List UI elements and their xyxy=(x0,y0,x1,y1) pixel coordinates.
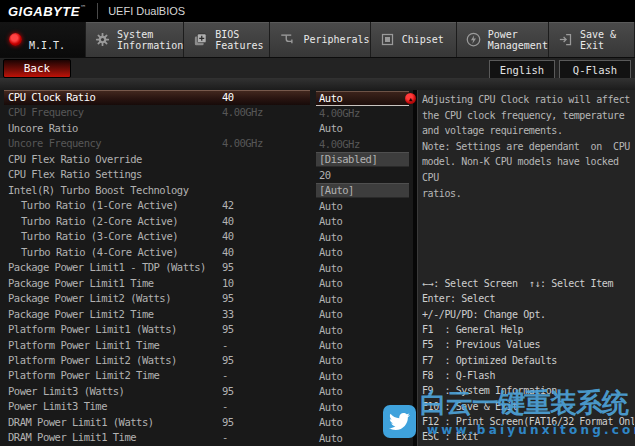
gigabyte-logo: GIGABYTE xyxy=(8,4,80,19)
tab-label: Chipset xyxy=(402,34,444,45)
setting-row[interactable]: Platform Power Limit1 (Watts)95Auto xyxy=(0,322,413,337)
key-legend: ←→: Select Screen ↑↓: Select ItemEnter: … xyxy=(422,276,634,445)
setting-label: Package Power Limit1 - TDP (Watts) xyxy=(8,260,206,275)
setting-label: Power Limit3 Time xyxy=(8,399,107,414)
setting-row[interactable]: Package Power Limit2 (Watts)95Auto xyxy=(0,291,413,306)
setting-label: Turbo Ratio (4-Core Active) xyxy=(21,245,178,260)
setting-label: Turbo Ratio (1-Core Active) xyxy=(21,198,178,213)
setting-value: 33 xyxy=(222,307,234,322)
setting-row[interactable]: Power Limit3 (Watts)95Auto xyxy=(0,384,413,399)
setting-value: 95 xyxy=(222,260,234,275)
settings-list: CPU Clock Ratio40AutoCPU Frequency4.00GH… xyxy=(0,90,413,446)
setting-row[interactable]: Intel(R) Turbo Boost Technology[Auto] xyxy=(0,183,413,198)
setting-row[interactable]: Power Limit3 Time-Auto xyxy=(0,399,413,414)
setting-label: Platform Power Limit2 (Watts) xyxy=(8,353,177,368)
bios-screen: GIGABYTE ™ UEFI DualBIOS M.I.T.System In… xyxy=(0,0,635,446)
setting-option: Auto xyxy=(316,261,409,275)
setting-label: DRAM Power Limit1 (Watts) xyxy=(8,415,154,430)
setting-label: CPU Frequency xyxy=(8,105,84,120)
setting-row[interactable]: Package Power Limit2 Time33Auto xyxy=(0,307,413,322)
setting-label: CPU Flex Ratio Override xyxy=(8,152,142,167)
key-line: F7 : Optimized Defaults xyxy=(422,353,634,368)
setting-value: - xyxy=(222,338,228,353)
mit-dot-icon xyxy=(9,33,22,46)
tab-system-information[interactable]: System Information xyxy=(86,22,184,57)
setting-option: Auto xyxy=(316,369,409,383)
setting-value: 95 xyxy=(222,384,234,399)
tab-peripherals[interactable]: Peripherals xyxy=(270,22,370,57)
setting-row[interactable]: Uncore RatioAuto xyxy=(0,121,413,136)
setting-row[interactable]: Turbo Ratio (2-Core Active)40Auto xyxy=(0,214,413,229)
bios-title: UEFI DualBIOS xyxy=(108,5,185,17)
key-line: F5 : Previous Values xyxy=(422,337,634,352)
watermark-title: 白云一键重装系统 xyxy=(420,388,635,418)
gear-icon xyxy=(95,32,110,47)
setting-row[interactable]: Turbo Ratio (4-Core Active)40Auto xyxy=(0,245,413,260)
tab-label: Save & Exit xyxy=(580,29,634,51)
setting-row[interactable]: CPU Flex Ratio Settings20 xyxy=(0,167,413,182)
setting-label: Platform Power Limit1 (Watts) xyxy=(8,322,177,337)
setting-row[interactable]: Platform Power Limit1 Time-Auto xyxy=(0,338,413,353)
language-button[interactable]: English xyxy=(489,60,555,79)
setting-row[interactable]: CPU Clock Ratio40Auto xyxy=(0,90,413,105)
tab-label: M.I.T. xyxy=(29,28,65,51)
toolbar: Back English Q-Flash xyxy=(0,57,635,79)
help-line: and voltage requirements. xyxy=(422,123,632,139)
setting-label: Turbo Ratio (3-Core Active) xyxy=(21,229,178,244)
setting-label: DRAM Power Limit1 Time xyxy=(8,430,136,445)
setting-label: Intel(R) Turbo Boost Technology xyxy=(8,183,188,198)
setting-row[interactable]: Platform Power Limit2 Time-Auto xyxy=(0,368,413,383)
setting-label: CPU Flex Ratio Settings xyxy=(8,167,142,182)
setting-value: 40 xyxy=(222,229,234,244)
setting-row[interactable]: Platform Power Limit2 (Watts)95Auto xyxy=(0,353,413,368)
up-triangle-icon: ▲ xyxy=(409,96,413,102)
setting-value: 40 xyxy=(222,245,234,260)
tab-save-exit[interactable]: Save & Exit xyxy=(549,22,635,57)
tab-chipset[interactable]: Chipset xyxy=(371,22,457,57)
setting-option: [Auto] xyxy=(316,183,409,197)
setting-row[interactable]: Turbo Ratio (1-Core Active)42Auto xyxy=(0,198,413,213)
setting-label: Package Power Limit1 Time xyxy=(8,276,154,291)
help-line: Note: Settings are dependant on CPU xyxy=(422,139,632,155)
setting-row[interactable]: Package Power Limit1 - TDP (Watts)95Auto xyxy=(0,260,413,275)
back-button[interactable]: Back xyxy=(3,59,71,78)
setting-value: - xyxy=(222,368,228,383)
tab-label: System Information xyxy=(117,29,183,51)
setting-option: Auto xyxy=(316,276,409,290)
setting-value: 40 xyxy=(222,214,234,229)
setting-option: Auto xyxy=(316,338,409,352)
key-line: F8 : Q-Flash xyxy=(422,368,634,383)
qflash-button[interactable]: Q-Flash xyxy=(559,60,631,79)
setting-option: Auto xyxy=(316,230,409,244)
setting-value: 4.00GHz xyxy=(222,136,263,151)
setting-option: Auto xyxy=(316,353,409,367)
setting-row[interactable]: DRAM Power Limit1 Time-Auto xyxy=(0,430,413,445)
setting-row[interactable]: CPU Flex Ratio Override[Disabled] xyxy=(0,152,413,167)
setting-row[interactable]: DRAM Power Limit1 (Watts)95Auto xyxy=(0,415,413,430)
setting-option: Auto xyxy=(316,307,409,321)
setting-row: CPU Frequency4.00GHz4.00GHz xyxy=(0,105,413,120)
tab-mit[interactable]: M.I.T. xyxy=(0,22,86,57)
scroll-up-indicator[interactable]: ▲ xyxy=(405,93,416,104)
setting-label: Platform Power Limit2 Time xyxy=(8,368,159,383)
setting-label: Uncore Ratio xyxy=(8,121,78,136)
key-line: +/-/PU/PD: Change Opt. xyxy=(422,307,634,322)
setting-value: 42 xyxy=(222,198,234,213)
setting-option: Auto xyxy=(316,91,409,106)
setting-option: Auto xyxy=(316,121,409,135)
tab-power-management[interactable]: Power Management xyxy=(457,22,549,57)
chip-plus-icon xyxy=(193,32,208,47)
setting-row[interactable]: Package Power Limit1 Time10Auto xyxy=(0,276,413,291)
tab-label: Peripherals xyxy=(303,34,369,45)
setting-label: Power Limit3 (Watts) xyxy=(8,384,124,399)
key-line: F1 : General Help xyxy=(422,322,634,337)
lightning-icon xyxy=(466,32,481,47)
setting-label: Package Power Limit2 Time xyxy=(8,307,154,322)
help-text: Adjusting CPU Clock ratio will affectthe… xyxy=(422,92,632,201)
setting-value: 10 xyxy=(222,276,234,291)
help-line: model. Non-K CPU models have locked CPU xyxy=(422,154,632,185)
tab-label: Power Management xyxy=(488,29,548,51)
tab-bios-features[interactable]: BIOS Features xyxy=(184,22,270,57)
setting-row[interactable]: Turbo Ratio (3-Core Active)40Auto xyxy=(0,229,413,244)
watermark-url: www.baiyunxitong.com xyxy=(427,423,635,437)
